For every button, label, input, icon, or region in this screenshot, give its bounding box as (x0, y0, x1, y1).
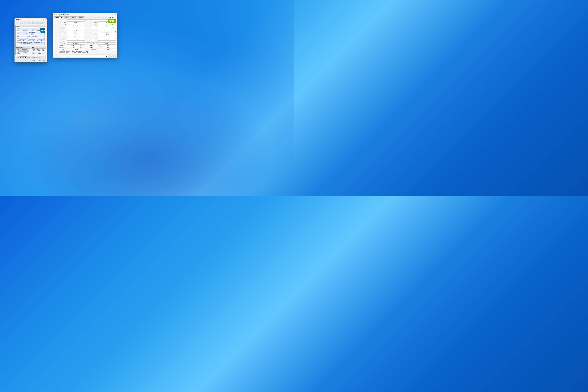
l3-label: 三级 (32, 53, 34, 54)
uefi-checkbox[interactable] (112, 28, 114, 29)
tab-memory[interactable]: 内存 (24, 22, 27, 24)
cuda-checkbox[interactable] (71, 51, 72, 52)
nvidia-logo-container: NVIDIA (108, 19, 116, 25)
selected-label: 已选择 (16, 57, 19, 58)
ray-tracing-label: Ray Tracing (72, 52, 76, 53)
gpu-label: GPU (54, 22, 67, 23)
ray-tracing-checkbox[interactable] (70, 52, 71, 53)
gpu-select[interactable]: NVIDIA GeForce RTX 4070 SUPER (54, 55, 108, 57)
tech-value: 10 纳米 (19, 33, 32, 35)
uefi-checkbox-container: UEFI (112, 28, 116, 29)
intel-i9-text: i9 (42, 31, 43, 32)
physx-checkbox[interactable] (77, 52, 78, 53)
rops-bus-row: ROPs/TMUs 80 / 224 Bus Interface PCIe x1… (54, 31, 116, 33)
tools-button[interactable]: 工具 (32, 60, 36, 62)
intel-logo-container: intel CORE i9 (40, 28, 45, 32)
gpuz-close-button[interactable]: Close (109, 55, 116, 57)
processor-select[interactable]: 处理器 #1 (19, 56, 27, 58)
ok-button[interactable]: 确定 (42, 60, 46, 62)
gpuz-tab-advanced[interactable]: Advanced (70, 16, 77, 18)
resizable-bar-label: Resizable BAR (85, 49, 98, 50)
clock-section-title: 时钟 (P-Core #0) (16, 46, 30, 48)
memory-clock-value: 1338 MHz (84, 45, 98, 46)
opengl-label: OpenGL 4.6 (83, 52, 88, 53)
computing-row: Computing OpenCL CUDA DirectCompute Dire… (54, 51, 116, 52)
gpuz-tab-graphics-card[interactable]: Graphics Card (54, 16, 63, 18)
fsb-row: 锁定 FSB (16, 53, 30, 54)
threads-value: 32 (39, 57, 41, 58)
l2-value: 8 x 2 MB + 4 x 4 MB (34, 52, 45, 53)
gpu-name-row: Name NVIDIA GeForce RTX 4070 SUPER Looku… (54, 19, 116, 21)
directcompute-checkbox[interactable] (76, 51, 77, 52)
spec-value: Intel(R) Core(TM) i9-14900K (19, 36, 44, 38)
menu-button[interactable]: ☰ (114, 16, 116, 18)
opengl-checkbox[interactable] (82, 52, 83, 53)
stepping-label: 步进 (36, 38, 38, 40)
ext-family-row: 扩展系列 6 扩展型号 B7 修订 B0 (16, 40, 45, 42)
l2-label: 二级 (32, 52, 34, 53)
opencl-checkbox[interactable] (65, 51, 66, 52)
physx-item: PhysX (77, 52, 81, 53)
gpuz-app-icon: ⚡ (54, 14, 55, 15)
gpuz-close-button[interactable]: ✕ (114, 14, 116, 15)
cpuz-tab-bar: 处理器 主板 内存 SPD 显卡 测试分数 关于 (15, 21, 47, 24)
validate-button[interactable]: 验证 (38, 60, 42, 62)
bus-width-value: 192 bit (98, 37, 116, 39)
fsb-value (20, 53, 29, 54)
l1-inst-row: 一级 指令 8 x 32 KB + 16 x 64 KB (32, 50, 46, 52)
memory-size-label: Memory Size (54, 40, 67, 40)
bandwidth-label: Bandwidth (85, 40, 98, 40)
vulkan-checkbox[interactable] (65, 52, 66, 53)
shaders-value: 7168 Unified (67, 33, 85, 35)
minimize-button[interactable]: ─ (40, 19, 42, 20)
directml-checkbox[interactable] (84, 51, 85, 52)
subvendor-row: Subvendor Gigabyte Device ID 10DE 2783 -… (54, 29, 116, 31)
cache-section: 缓存 一级 数据 8 x 48 KB + 16 x 32 KB 一级 指令 8 … (31, 46, 46, 55)
cpuz-title-left: Z CPU-Z (16, 19, 20, 20)
multiplier-value: x 57.0 (8.0 - 60.0) (18, 50, 29, 52)
clock-section: 时钟 (P-Core #0) 核心速度 5700.00 MHz 倍频 x 57.… (16, 46, 30, 55)
stepping-value: 1 (38, 38, 44, 40)
device-id-value: 10DE 2783 - 1458 4138 (98, 29, 116, 31)
tab-graphics[interactable]: 显卡 (31, 22, 35, 24)
cpuz-bottom-bar: Ver. 2.08.0.x64 工具 ▼ 验证 确定 (15, 59, 47, 62)
gpuz-tab-sensors[interactable]: Sensors (64, 16, 70, 18)
bus-help-icon[interactable]: ? (115, 31, 116, 33)
family-value: 6 (19, 38, 26, 40)
tab-processor[interactable]: 处理器 (15, 22, 20, 24)
directcompute-item: DirectCompute (76, 51, 82, 52)
tab-about[interactable]: 关于 (40, 22, 44, 24)
nvidia-sli-label: NVIDIA SLI (54, 49, 67, 50)
driver-version-row: Driver Version 31.0.15.5123 (NVIDIA 551.… (54, 41, 116, 42)
bios-row: BIOS Version 95.04.69.00.F7 ↗ UEFI (54, 27, 116, 29)
camera-button[interactable]: 📷 (109, 16, 111, 18)
core-speed-label: 核心速度 (16, 49, 20, 50)
maximize-button[interactable]: □ (42, 19, 44, 20)
tab-motherboard[interactable]: 主板 (20, 22, 24, 24)
bios-right: ↗ UEFI (110, 27, 116, 29)
gpuz-minimize-button[interactable]: ─ (110, 14, 112, 15)
gpuz-maximize-button[interactable]: □ (112, 14, 114, 15)
gpuz-tab-validation[interactable]: Validation (78, 16, 84, 18)
tab-benchmark[interactable]: 测试分数 (35, 22, 40, 24)
refresh-button[interactable]: ↻ (112, 16, 114, 18)
l1-inst-label: 一级 指令 (32, 50, 36, 52)
pixel-fillrate-label: Pixel Fillrate (54, 36, 67, 36)
cache-section-title: 缓存 (31, 46, 46, 48)
l1-data-label: 一级 数据 (32, 49, 36, 50)
digital-sig-label: Digital Signature (85, 43, 98, 44)
gpuz-bottom-bar: NVIDIA GeForce RTX 4070 SUPER Close (53, 54, 117, 58)
bios-export-button[interactable]: ↗ (110, 27, 112, 29)
nvidia-eye-svg (109, 19, 115, 22)
spec-grid: 规格 Intel(R) Core(TM) i9-14900K (16, 36, 45, 38)
bus-speed-label: 总线速度 (16, 52, 20, 53)
fsb-label: 锁定 FSB (16, 53, 20, 54)
technology-value: 5 nm (67, 23, 85, 25)
voltage-value: 1.308 V (32, 33, 45, 35)
family-label: 系列 (17, 38, 19, 40)
driver-date-value: Jan 18, 2024 (67, 43, 85, 44)
tab-spd[interactable]: SPD (27, 22, 31, 24)
sli-bar-row: NVIDIA SLI Disabled Resizable BAR Disabl… (54, 49, 116, 50)
close-button[interactable]: ✕ (44, 19, 46, 20)
tdp-label: TDP (31, 30, 33, 31)
